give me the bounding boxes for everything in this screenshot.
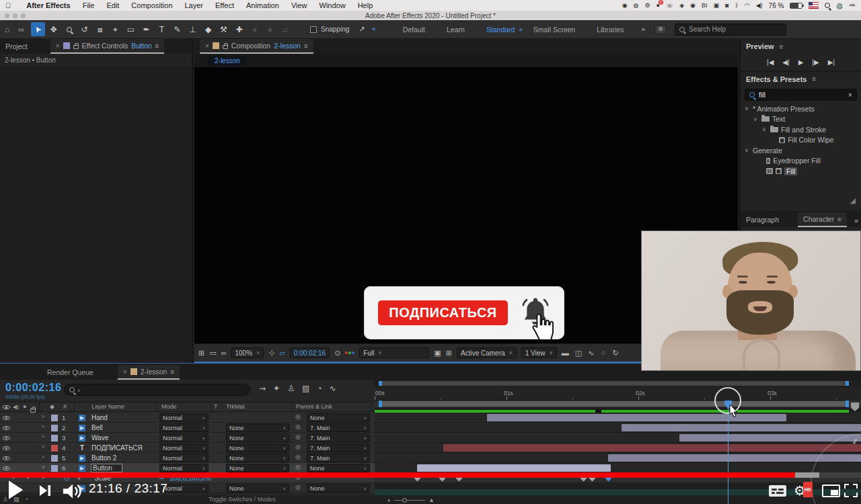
layer-duration-bar[interactable] (487, 414, 786, 421)
live-update-icon[interactable]: ⇝ (259, 384, 266, 393)
roto-brush-tool[interactable]: ⚒ (217, 22, 231, 36)
chat-icon[interactable]: ◈ (679, 2, 684, 9)
control-center-icon[interactable]: ≔ (849, 2, 856, 9)
panel-menu-icon[interactable]: ≡ (780, 43, 784, 50)
eraser-tool[interactable]: ◆ (201, 22, 215, 36)
brush-tool[interactable]: ✎ (170, 22, 184, 36)
spotlight-icon[interactable] (825, 3, 830, 8)
tab-effect-controls[interactable]: × Effect Controls Button ≡ (50, 39, 165, 54)
sync-icon[interactable]: ⚙ (644, 2, 650, 9)
parent-column[interactable]: Parent & Link (296, 403, 332, 411)
menu-composition[interactable]: Composition (125, 1, 178, 9)
mode-dropdown[interactable]: Normal∨ (159, 413, 209, 422)
pen-tool[interactable]: ✒ (139, 22, 153, 36)
camera-dropdown[interactable]: Active Camera∨ (457, 347, 517, 358)
twirl-icon[interactable]: > (42, 454, 44, 459)
pickwhip-icon[interactable]: ◎ (295, 484, 301, 491)
tab-character[interactable]: Character ≡ (798, 212, 847, 227)
channels-dropdown[interactable]: Full∨ (359, 347, 429, 358)
yt-miniplayer-button[interactable] (822, 485, 840, 497)
mode-dropdown[interactable]: Normal∨ (159, 464, 209, 472)
shy-icon[interactable]: ♙ (287, 384, 295, 393)
pickwhip-icon[interactable]: ◎ (295, 444, 301, 450)
tabs-overflow-chevron[interactable]: » (854, 216, 861, 227)
panel-menu-icon[interactable]: ≡ (837, 216, 841, 223)
panel-menu-icon[interactable]: ≡ (813, 75, 817, 83)
app-badge-icon[interactable]: ●1 (656, 2, 659, 9)
layer-name[interactable]: Wave (91, 434, 108, 442)
flowchart-icon[interactable]: ⁘ (600, 349, 606, 358)
menu-after-effects[interactable]: After Effects (20, 1, 76, 9)
workspace-learn[interactable]: Learn (436, 26, 476, 34)
parent-dropdown[interactable]: 7. Main∨ (307, 423, 370, 432)
tree-item-text[interactable]: ∨Text (741, 114, 861, 125)
help-search-input[interactable]: Search Help (675, 24, 786, 36)
tree-item-fill-color-wipe[interactable]: ▦Fill Color Wipe (741, 135, 861, 146)
twirl-icon[interactable]: ∨ (42, 464, 45, 470)
shield-check-icon[interactable]: ◍ (634, 2, 639, 9)
trkmat-dropdown[interactable]: None∨ (226, 454, 289, 462)
zoom-out-icon[interactable]: ▲ (387, 498, 391, 502)
layer-color-swatch[interactable] (51, 455, 58, 462)
yt-play-button[interactable] (7, 480, 24, 500)
layer-row-подписаться[interactable]: >4TПОДПИСАТЬСЯNormal∨None∨◎7. Main∨ (0, 443, 375, 453)
menu-layer[interactable]: Layer (179, 1, 210, 9)
frame-blend-icon[interactable]: ▨ (302, 384, 309, 393)
toggle-switches-label[interactable]: Toggle Switches / Modes (168, 496, 316, 503)
twirl-icon[interactable]: > (42, 434, 44, 439)
snapshot-icon[interactable]: ⊙ (334, 349, 340, 358)
close-icon[interactable]: × (205, 42, 209, 50)
crosshair-icon[interactable]: ⌖ (371, 25, 375, 34)
pan-behind-tool[interactable]: ⌖ (108, 22, 122, 36)
twirl-icon[interactable]: ∨ (762, 126, 768, 132)
region-of-interest-icon[interactable]: ▱ (279, 349, 285, 358)
histogram-icon[interactable]: ∿ (588, 349, 594, 358)
eye-icon[interactable] (3, 436, 10, 440)
layer-row-7[interactable]: ▶Normal∨None∨◎None∨ (0, 483, 375, 493)
pickwhip-icon[interactable]: ◎ (295, 454, 301, 460)
layer-color-swatch[interactable] (51, 415, 58, 421)
twirl-icon[interactable]: ∨ (753, 116, 759, 122)
workspace-libraries[interactable]: Libraries (586, 26, 634, 34)
panel-resize-grip[interactable]: ◢ (850, 196, 856, 205)
prev-frame-button[interactable]: ◀| (782, 58, 789, 66)
layer-name[interactable]: Button (91, 464, 122, 472)
workspace-default[interactable]: Default (392, 26, 436, 34)
mode-dropdown[interactable]: Normal∨ (159, 433, 209, 442)
workspace-small-screen[interactable]: Small Screen (523, 26, 586, 34)
layer-name[interactable]: Bell (91, 424, 103, 431)
close-icon[interactable]: × (123, 368, 127, 376)
layer-color-swatch[interactable] (51, 465, 58, 472)
parent-dropdown[interactable]: None∨ (307, 413, 370, 422)
panel-menu-icon[interactable]: ≡ (170, 368, 174, 376)
comp-marker-bin-icon[interactable] (851, 403, 859, 411)
layer-color-swatch[interactable] (51, 445, 58, 452)
puppet-pin-tool[interactable]: ✚ (232, 22, 246, 36)
magnification-dropdown[interactable]: 100%∨ (231, 347, 264, 358)
menu-effect[interactable]: Effect (209, 1, 240, 9)
eye-icon[interactable] (3, 466, 10, 470)
panel-menu-icon[interactable]: ≡ (155, 42, 159, 50)
yt-next-button[interactable] (38, 484, 52, 497)
clear-search-icon[interactable]: × (848, 91, 852, 99)
effects-search-input[interactable]: fill × (745, 89, 857, 101)
trkmat-column[interactable]: TrkMat (226, 403, 245, 411)
always-preview-icon[interactable]: ⊞ (198, 349, 204, 358)
lock-icon[interactable] (73, 45, 79, 49)
comp-subtab-2-lesson[interactable]: 2-lesson (208, 56, 247, 66)
primary-viewer-icon[interactable]: ▭ (209, 349, 216, 358)
track-row-wave[interactable] (375, 433, 861, 443)
camera-tool[interactable]: ⧇ (93, 22, 107, 36)
track-row-hand[interactable] (375, 413, 861, 423)
comp-timecode[interactable]: 0:00:02:16 (290, 347, 330, 358)
zoom-in-icon[interactable]: ▲ (428, 497, 435, 503)
zoom-tool[interactable] (62, 22, 76, 36)
menu-file[interactable]: File (77, 1, 101, 9)
menu-window[interactable]: Window (313, 1, 352, 9)
yt-progress-bar[interactable] (0, 472, 861, 478)
workspace-settings-icon[interactable]: ⚙ (654, 25, 667, 34)
lock-icon[interactable] (223, 45, 228, 49)
tab-composition[interactable]: × Composition 2-lesson ≡ (200, 39, 313, 54)
track-row-button[interactable] (375, 463, 861, 473)
draft-3d-icon[interactable]: ✦ (273, 384, 280, 393)
